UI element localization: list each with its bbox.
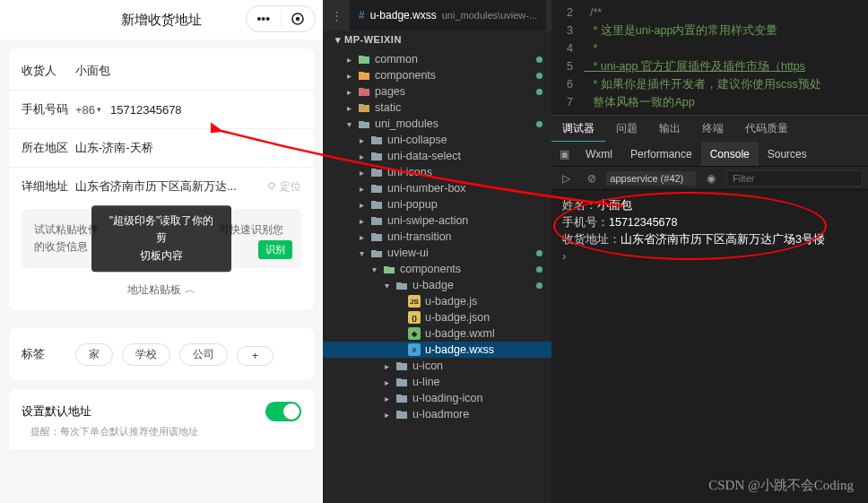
row-detail: 详细地址 山东省济南市历下区高新万达... 定位 <box>9 167 314 205</box>
tree-node[interactable]: ▸uni-swipe-action <box>323 212 551 229</box>
console-output[interactable]: 姓名：小面包 手机号：15712345678 收货地址：山东省济南市历下区高新万… <box>551 190 868 503</box>
tag-chip[interactable]: 公司 <box>179 343 228 366</box>
phone-simulator: 新增收货地址 ••• 收货人 小面包 手机号码 +86▾ 15712345678… <box>0 0 323 503</box>
tree-node[interactable]: ▾uni_modules <box>323 116 551 132</box>
tree-node[interactable]: ▾components <box>323 261 551 277</box>
default-hint: 提醒：每次下单会默认推荐使用该地址 <box>9 425 314 449</box>
clipboard-toast: "超级印务"读取了你的剪 切板内容 <box>91 205 231 272</box>
folder-icon <box>395 408 408 421</box>
tree-node[interactable]: ◆u-badge.wxml <box>323 325 551 342</box>
folder-icon <box>370 166 383 178</box>
default-address-row: 设置默认地址 <box>9 389 314 425</box>
devtools-tabs: ▣ Wxml Performance Console Sources <box>551 142 868 167</box>
watermark: CSDN @小跳不会Coding <box>708 477 854 494</box>
phone-prefix-select[interactable]: +86▾ <box>75 103 101 117</box>
folder-icon <box>370 182 383 195</box>
json-icon: {} <box>408 311 421 324</box>
console-toolbar: ▷ ⊘ appservice (#42) ◉ <box>551 167 868 190</box>
locate-button[interactable]: 定位 <box>267 179 301 195</box>
folder-icon <box>370 247 383 259</box>
tree-node[interactable]: ▸uni-transition <box>323 229 551 245</box>
tree-node[interactable]: ▸common <box>323 51 551 67</box>
tree-node[interactable]: ▸uni-icons <box>323 164 551 180</box>
panel-tab-problems[interactable]: 问题 <box>605 116 648 142</box>
eye-icon[interactable]: ◉ <box>701 169 721 187</box>
panel-tab-terminal[interactable]: 终端 <box>691 116 734 142</box>
detail-input[interactable]: 山东省济南市历下区高新万达... <box>75 178 267 195</box>
editor-tabstrip: ⋮ # u-badge.wxss uni_modules\uview-... <box>323 0 551 30</box>
panel-tab-output[interactable]: 输出 <box>648 116 691 142</box>
tree-node[interactable]: ▸u-loading-icon <box>323 390 551 406</box>
tree-node[interactable]: ▾uview-ui <box>323 245 551 261</box>
tree-node[interactable]: ▸pages <box>323 83 551 100</box>
folder-icon <box>358 85 370 98</box>
tag-chip[interactable]: 家 <box>75 343 113 366</box>
close-icon[interactable] <box>282 12 316 26</box>
default-switch[interactable] <box>265 402 301 421</box>
js-icon: JS <box>408 295 421 308</box>
folder-icon <box>358 69 370 82</box>
tree-node[interactable]: ▸static <box>323 100 551 116</box>
context-select[interactable]: appservice (#42) <box>606 171 696 186</box>
folder-icon <box>383 263 395 275</box>
filter-input[interactable] <box>726 170 863 186</box>
file-explorer: ⋮ # u-badge.wxss uni_modules\uview-... ▾… <box>323 0 551 503</box>
row-region[interactable]: 所在地区 山东-济南-天桥 <box>9 128 314 167</box>
menu-icon[interactable]: ••• <box>247 12 281 26</box>
tree-node[interactable]: ▸uni-data-select <box>323 148 551 164</box>
play-icon[interactable]: ▷ <box>557 169 577 187</box>
address-form-card: 收货人 小面包 手机号码 +86▾ 15712345678 所在地区 山东-济南… <box>9 48 314 310</box>
inspect-icon[interactable]: ▣ <box>551 142 577 166</box>
folder-icon <box>358 117 370 130</box>
folder-icon <box>395 279 408 291</box>
tag-chip[interactable]: 学校 <box>122 343 170 366</box>
tag-list: 家 学校 公司 + <box>75 343 301 366</box>
folder-icon <box>395 392 408 404</box>
wxml-icon: ◆ <box>408 327 421 340</box>
folder-icon <box>370 230 383 243</box>
name-input[interactable]: 小面包 <box>75 63 301 79</box>
svg-point-1 <box>296 17 299 21</box>
tree-node[interactable]: ▸u-line <box>323 374 551 390</box>
code-editor[interactable]: 2 /**3 * 这里是uni-app内置的常用样式变量4 *5 * uni-a… <box>551 0 868 115</box>
project-name[interactable]: ▾ MP-WEIXIN <box>323 30 551 49</box>
tree-node[interactable]: ▸u-icon <box>323 358 551 374</box>
tree-node[interactable]: ▸uni-collapse <box>323 132 551 148</box>
folder-icon <box>358 101 370 114</box>
file-tree[interactable]: ▸common▸components▸pages▸static▾uni_modu… <box>323 49 551 503</box>
panel-tab-debugger[interactable]: 调试器 <box>551 116 605 142</box>
paste-expand-toggle[interactable]: 地址粘贴板 ︿ <box>9 277 314 307</box>
tree-node[interactable]: #u-badge.wxss <box>323 342 551 358</box>
tree-node[interactable]: ▸components <box>323 67 551 83</box>
tree-node[interactable]: JSu-badge.js <box>323 293 551 309</box>
recognize-button[interactable]: 识别 <box>258 240 292 260</box>
devtools-tab-performance[interactable]: Performance <box>621 142 701 166</box>
row-phone: 手机号码 +86▾ 15712345678 <box>9 90 314 128</box>
paste-box[interactable]: 试试粘贴收件 placeholder placeholder 可快速识别您的收货… <box>22 209 301 268</box>
ide: ⋮ # u-badge.wxss uni_modules\uview-... ▾… <box>323 0 868 503</box>
tree-node[interactable]: {}u-badge.json <box>323 309 551 325</box>
add-tag-button[interactable]: + <box>237 346 273 366</box>
clear-icon[interactable]: ⊘ <box>582 169 602 187</box>
tree-node[interactable]: ▾u-badge <box>323 277 551 293</box>
row-name: 收货人 小面包 <box>9 52 314 90</box>
folder-icon <box>395 376 408 388</box>
phone-nav: 新增收货地址 ••• <box>0 0 323 39</box>
panel-tab-quality[interactable]: 代码质量 <box>734 116 799 142</box>
devtools-tab-console[interactable]: Console <box>701 142 759 166</box>
folder-icon <box>370 150 383 162</box>
tree-node[interactable]: ▸uni-popup <box>323 196 551 212</box>
phone-input[interactable]: 15712345678 <box>110 103 182 117</box>
devtools-tab-sources[interactable]: Sources <box>759 142 816 166</box>
annotation-ellipse <box>553 192 827 260</box>
file-tab[interactable]: # u-badge.wxss uni_modules\uview-... <box>350 0 546 30</box>
tree-node[interactable]: ▸u-loadmore <box>323 406 551 422</box>
folder-icon <box>395 360 408 372</box>
wx-capsule[interactable]: ••• <box>246 5 316 32</box>
svg-point-2 <box>269 183 274 188</box>
folder-icon <box>370 134 383 146</box>
devtools-tab-wxml[interactable]: Wxml <box>577 142 621 166</box>
tag-card: 标签 家 学校 公司 + <box>9 328 314 380</box>
folder-icon <box>370 214 383 227</box>
tree-node[interactable]: ▸uni-number-box <box>323 180 551 196</box>
